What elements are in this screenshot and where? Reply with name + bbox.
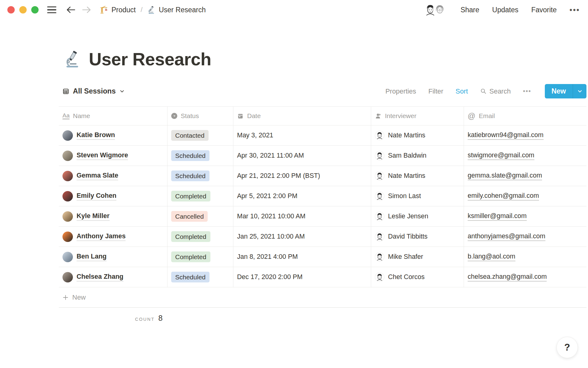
more-options-icon[interactable]: ••• xyxy=(570,6,580,14)
count-calculation[interactable]: COUNT 8 xyxy=(59,308,168,323)
email-cell[interactable]: anthonyjames@gmail.com xyxy=(464,227,586,247)
name-cell[interactable]: Emily Cohen xyxy=(59,186,168,206)
column-header-interviewer[interactable]: Interviewer xyxy=(371,106,464,125)
row-name-link[interactable]: Steven Wigmore xyxy=(77,151,128,160)
interviewer-cell[interactable]: Chet Corcos xyxy=(371,267,464,287)
email-cell[interactable]: stwigmore@gmail.com xyxy=(464,146,586,166)
view-more-options-icon[interactable]: ••• xyxy=(523,88,531,95)
status-cell[interactable]: Completed xyxy=(168,186,233,206)
row-name-link[interactable]: Anthony James xyxy=(77,232,126,241)
email-cell[interactable]: gemma.slate@gmail.com xyxy=(464,166,586,186)
table-row: Katie Brown Contacted May 3, 2021 Nate M… xyxy=(59,125,586,146)
count-value: 8 xyxy=(158,314,163,323)
email-cell[interactable]: emily.cohen@gmail.com xyxy=(464,186,586,206)
filter-button[interactable]: Filter xyxy=(428,87,443,95)
name-cell[interactable]: Ben Lang xyxy=(59,247,168,267)
row-avatar xyxy=(62,252,73,262)
email-link[interactable]: gemma.slate@gmail.com xyxy=(468,172,542,180)
status-cell[interactable]: Cancelled xyxy=(168,206,233,227)
column-header-name[interactable]: Aa Name xyxy=(59,106,168,125)
date-cell[interactable]: May 3, 2021 xyxy=(233,125,371,146)
table-row: Kyle Miller Cancelled Mar 10, 2021 10:00… xyxy=(59,206,586,227)
email-link[interactable]: stwigmore@gmail.com xyxy=(468,151,534,160)
status-cell[interactable]: Contacted xyxy=(168,125,233,146)
row-name-link[interactable]: Katie Brown xyxy=(77,131,115,140)
row-name-link[interactable]: Ben Lang xyxy=(77,253,107,261)
date-cell[interactable]: Apr 5, 2021 2:00 PM xyxy=(233,186,371,206)
close-window-button[interactable] xyxy=(7,6,15,13)
properties-button[interactable]: Properties xyxy=(385,87,416,95)
row-name-link[interactable]: Emily Cohen xyxy=(77,192,116,201)
updates-button[interactable]: Updates xyxy=(492,6,518,14)
forward-arrow-icon[interactable] xyxy=(81,6,92,14)
minimize-window-button[interactable] xyxy=(19,6,27,13)
date-cell[interactable]: Apr 21, 2021 2:00 PM (BST) xyxy=(233,166,371,186)
row-name-link[interactable]: Gemma Slate xyxy=(77,172,118,180)
email-cell[interactable]: katiebrown94@gmail.com xyxy=(464,125,586,146)
date-cell[interactable]: Jan 8, 2021 4:00 PM xyxy=(233,247,371,267)
interviewer-cell[interactable]: Simon Last xyxy=(371,186,464,206)
email-link[interactable]: katiebrown94@gmail.com xyxy=(468,131,544,140)
page-title[interactable]: User Research xyxy=(64,49,586,69)
select-property-icon xyxy=(171,113,177,119)
email-link[interactable]: b.lang@aol.com xyxy=(468,253,515,261)
title-property-icon: Aa xyxy=(62,113,70,119)
email-cell[interactable]: chelsea.zhang@gmail.com xyxy=(464,267,586,287)
interviewer-cell[interactable]: David Tibbitts xyxy=(371,227,464,247)
new-button-group: New xyxy=(545,84,586,98)
view-switcher[interactable]: All Sessions xyxy=(62,87,125,95)
zoom-window-button[interactable] xyxy=(31,6,39,13)
email-link[interactable]: emily.cohen@gmail.com xyxy=(468,192,539,201)
email-link[interactable]: anthonyjames@gmail.com xyxy=(468,232,545,241)
interviewer-avatar xyxy=(375,151,384,160)
favorite-button[interactable]: Favorite xyxy=(531,6,557,14)
column-header-date[interactable]: Date xyxy=(233,106,371,125)
interviewer-cell[interactable]: Leslie Jensen xyxy=(371,206,464,227)
status-cell[interactable]: Scheduled xyxy=(168,146,233,166)
date-value: Jan 8, 2021 4:00 PM xyxy=(237,253,298,261)
date-cell[interactable]: Dec 17, 2020 2:00 PM xyxy=(233,267,371,287)
member-avatars[interactable] xyxy=(424,3,447,17)
column-header-status[interactable]: Status xyxy=(168,106,233,125)
interviewer-avatar xyxy=(375,272,384,282)
name-cell[interactable]: Steven Wigmore xyxy=(59,146,168,166)
name-cell[interactable]: Kyle Miller xyxy=(59,206,168,227)
date-cell[interactable]: Mar 10, 2021 10:00 AM xyxy=(233,206,371,227)
interviewer-cell[interactable]: Nate Martins xyxy=(371,125,464,146)
date-cell[interactable]: Apr 30, 2021 11:00 AM xyxy=(233,146,371,166)
interviewer-cell[interactable]: Sam Baldwin xyxy=(371,146,464,166)
name-cell[interactable]: Anthony James xyxy=(59,227,168,247)
email-link[interactable]: chelsea.zhang@gmail.com xyxy=(468,273,547,282)
name-cell[interactable]: Gemma Slate xyxy=(59,166,168,186)
column-header-email[interactable]: @ Email xyxy=(464,106,586,125)
date-cell[interactable]: Jan 25, 2021 10:00 AM xyxy=(233,227,371,247)
chevron-down-icon xyxy=(119,89,125,94)
new-row-button[interactable]: New xyxy=(59,287,586,308)
email-link[interactable]: ksmiller@gmail.com xyxy=(468,212,527,221)
email-cell[interactable]: b.lang@aol.com xyxy=(464,247,586,267)
name-cell[interactable]: Katie Brown xyxy=(59,125,168,146)
name-cell[interactable]: Chelsea Zhang xyxy=(59,267,168,287)
status-cell[interactable]: Scheduled xyxy=(168,166,233,186)
status-cell[interactable]: Completed xyxy=(168,227,233,247)
interviewer-cell[interactable]: Mike Shafer xyxy=(371,247,464,267)
email-cell[interactable]: ksmiller@gmail.com xyxy=(464,206,586,227)
interviewer-cell[interactable]: Nate Martins xyxy=(371,166,464,186)
interviewer-name: Leslie Jensen xyxy=(388,213,428,220)
status-cell[interactable]: Scheduled xyxy=(168,267,233,287)
back-arrow-icon[interactable] xyxy=(66,6,76,14)
help-button[interactable]: ? xyxy=(556,337,578,358)
row-name-link[interactable]: Chelsea Zhang xyxy=(77,273,123,282)
sidebar-toggle-icon[interactable] xyxy=(47,6,56,13)
page-content: User Research All Sessions Properties Fi… xyxy=(0,49,586,323)
row-name-link[interactable]: Kyle Miller xyxy=(77,212,110,221)
share-button[interactable]: Share xyxy=(461,6,479,14)
status-cell[interactable]: Completed xyxy=(168,247,233,267)
new-button-dropdown[interactable] xyxy=(573,84,586,98)
new-button[interactable]: New xyxy=(545,84,573,98)
breadcrumb-item-page[interactable]: User Research xyxy=(147,6,205,14)
view-name: All Sessions xyxy=(73,87,116,95)
breadcrumb-item-product[interactable]: Product xyxy=(100,6,136,14)
sort-button[interactable]: Sort xyxy=(456,87,468,95)
search-button[interactable]: Search xyxy=(480,87,511,95)
